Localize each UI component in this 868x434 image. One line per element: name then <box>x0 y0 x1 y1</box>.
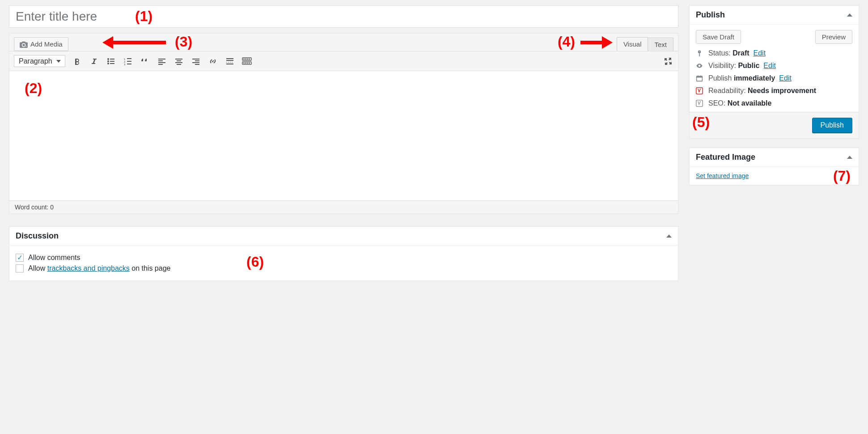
allow-comments-label: Allow comments <box>28 254 80 262</box>
word-count: Word count: 0 <box>9 200 678 213</box>
align-center-icon[interactable] <box>174 56 184 67</box>
toolbar-toggle-icon[interactable] <box>241 56 252 67</box>
allow-pingbacks-label: Allow trackbacks and pingbacks on this p… <box>28 264 170 272</box>
svg-rect-40 <box>698 76 699 77</box>
annotation-3: (3) <box>175 34 192 50</box>
format-select[interactable]: Paragraph <box>14 55 65 67</box>
svg-rect-25 <box>226 58 233 59</box>
svg-rect-17 <box>175 59 182 60</box>
set-featured-image-link[interactable]: Set featured image <box>696 172 749 179</box>
annotation-4: (4) <box>558 34 575 50</box>
svg-rect-32 <box>249 59 250 60</box>
svg-point-1 <box>107 58 109 60</box>
visibility-row: Visibility: Public Edit <box>708 62 776 70</box>
svg-rect-39 <box>697 76 703 77</box>
readability-row: Readability: Needs improvement <box>708 87 816 95</box>
status-value: Draft <box>733 49 749 57</box>
svg-rect-30 <box>245 59 246 60</box>
svg-rect-8 <box>127 58 131 59</box>
calendar-icon <box>696 75 704 82</box>
svg-rect-26 <box>226 60 233 61</box>
svg-rect-16 <box>158 64 163 65</box>
word-count-label: Word count: <box>15 204 50 211</box>
publish-header[interactable]: Publish <box>690 6 859 25</box>
svg-rect-10 <box>127 61 131 62</box>
bold-icon[interactable] <box>72 56 82 67</box>
tab-text[interactable]: Text <box>648 38 673 51</box>
bulleted-list-icon[interactable] <box>106 56 116 67</box>
svg-rect-37 <box>249 63 250 64</box>
tab-text-label: Text <box>654 41 667 48</box>
svg-rect-4 <box>110 61 114 62</box>
add-media-label: Add Media <box>30 40 63 48</box>
svg-rect-29 <box>243 59 245 60</box>
featured-image-header[interactable]: Featured Image <box>690 148 859 167</box>
yoast-readability-icon <box>696 87 704 94</box>
key-icon <box>696 50 704 57</box>
visibility-edit-link[interactable]: Edit <box>763 62 776 69</box>
svg-rect-31 <box>247 59 248 60</box>
svg-rect-34 <box>243 63 245 64</box>
svg-rect-20 <box>177 64 181 65</box>
seo-label: SEO: <box>708 99 728 107</box>
align-left-icon[interactable] <box>157 56 167 67</box>
discussion-title: Discussion <box>16 231 59 241</box>
fullscreen-icon[interactable] <box>663 56 673 67</box>
featured-image-metabox: Featured Image Set featured image (7) <box>689 148 859 185</box>
visibility-value: Public <box>738 62 759 69</box>
numbered-list-icon[interactable]: 123 <box>123 56 133 67</box>
camera-icon <box>20 41 28 48</box>
schedule-label: Publish <box>708 74 734 82</box>
svg-rect-19 <box>175 62 182 63</box>
annotation-5: (5) <box>692 114 710 131</box>
svg-point-5 <box>107 63 109 64</box>
featured-image-title: Featured Image <box>696 153 755 162</box>
save-draft-button[interactable]: Save Draft <box>696 30 741 44</box>
add-media-button[interactable]: Add Media <box>14 37 68 51</box>
preview-button[interactable]: Preview <box>815 30 852 44</box>
svg-rect-13 <box>158 59 165 60</box>
collapse-icon <box>666 234 672 238</box>
svg-rect-22 <box>195 60 199 61</box>
publish-button[interactable]: Publish <box>812 118 852 133</box>
schedule-edit-link[interactable]: Edit <box>779 74 792 82</box>
svg-rect-21 <box>192 59 199 60</box>
schedule-value: immediately <box>734 74 775 82</box>
svg-rect-6 <box>110 63 114 64</box>
svg-rect-14 <box>158 60 163 61</box>
tab-visual[interactable]: Visual <box>617 37 648 51</box>
seo-value: Not available <box>728 99 772 107</box>
allow-pingbacks-suffix: on this page <box>130 264 171 272</box>
svg-rect-27 <box>226 64 233 64</box>
link-icon[interactable] <box>207 56 218 67</box>
discussion-header[interactable]: Discussion <box>9 227 678 246</box>
allow-comments-checkbox[interactable] <box>16 254 24 262</box>
readability-value: Needs improvement <box>748 87 816 94</box>
publish-title: Publish <box>696 10 725 20</box>
align-right-icon[interactable] <box>191 56 201 67</box>
annotation-2: (2) <box>25 80 42 97</box>
svg-rect-18 <box>177 60 181 61</box>
yoast-seo-icon <box>696 100 704 107</box>
content-editor[interactable]: (2) <box>9 71 678 200</box>
tab-visual-label: Visual <box>623 40 642 48</box>
svg-rect-12 <box>127 64 131 64</box>
read-more-icon[interactable] <box>224 56 235 67</box>
svg-rect-2 <box>110 59 114 60</box>
visibility-label: Visibility: <box>708 62 738 69</box>
allow-pingbacks-prefix: Allow <box>28 264 47 272</box>
annotation-arrow-4 <box>580 41 603 44</box>
schedule-row: Publish immediately Edit <box>708 74 792 82</box>
status-edit-link[interactable]: Edit <box>754 49 766 57</box>
status-label: Status: <box>708 49 733 57</box>
annotation-arrowhead-4 <box>602 36 613 49</box>
italic-icon[interactable] <box>89 56 99 67</box>
svg-rect-41 <box>700 76 701 77</box>
trackbacks-link[interactable]: trackbacks and pingbacks <box>47 264 130 272</box>
allow-pingbacks-checkbox[interactable] <box>16 264 24 272</box>
publish-metabox: Publish Save Draft Preview Status: Draft… <box>689 5 859 139</box>
post-title-input[interactable] <box>9 6 678 27</box>
blockquote-icon[interactable] <box>140 56 150 67</box>
svg-text:3: 3 <box>124 63 126 66</box>
svg-rect-36 <box>247 63 248 64</box>
